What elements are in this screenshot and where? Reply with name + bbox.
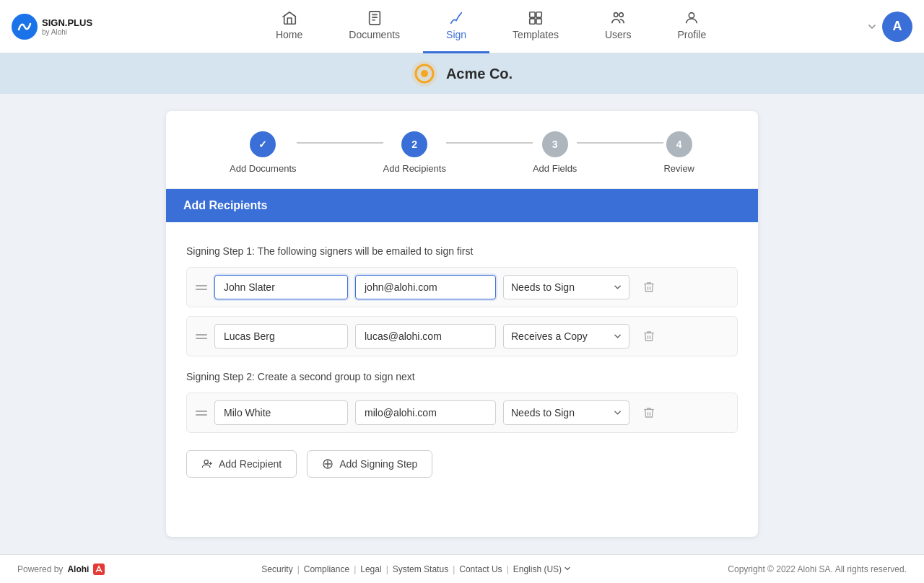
recipient-3-role-dropdown[interactable]: Needs to Sign Receives a Copy	[511, 407, 614, 418]
recipient-row: Needs to Sign Receives a Copy	[186, 316, 738, 356]
role-dropdown-arrow-icon	[614, 332, 622, 341]
recipient-2-role-dropdown[interactable]: Needs to Sign Receives a Copy	[511, 330, 614, 342]
users-icon	[610, 10, 626, 26]
avatar-dropdown-icon	[868, 22, 876, 31]
drag-handle[interactable]	[196, 285, 207, 290]
step-add-fields: 3 Add Fields	[533, 131, 577, 174]
recipient-2-delete-button[interactable]	[637, 327, 661, 346]
recipient-2-role-select[interactable]: Needs to Sign Receives a Copy	[503, 324, 629, 349]
add-signing-step-icon	[322, 458, 334, 470]
step-add-documents: ✓ Add Documents	[230, 131, 297, 174]
step-1-circle: ✓	[250, 131, 276, 157]
footer: Powered by Alohi Security | Compliance |…	[0, 554, 924, 583]
signing-step-2-label: Signing Step 2: Create a second group to…	[186, 371, 738, 382]
logo[interactable]: SIGN.PLUS by Alohi	[12, 14, 92, 40]
step-4-label: Review	[663, 163, 694, 174]
nav-item-users[interactable]: Users	[582, 0, 655, 53]
recipient-1-role-select[interactable]: Needs to Sign Receives a Copy	[503, 275, 629, 299]
nav-item-documents[interactable]: Documents	[326, 0, 423, 53]
recipient-1-name-input[interactable]	[214, 275, 348, 299]
footer-link-system-status[interactable]: System Status	[393, 564, 448, 574]
trash-icon	[642, 406, 655, 419]
recipient-3-delete-button[interactable]	[637, 403, 661, 422]
signing-step-1-label: Signing Step 1: The following signers wi…	[186, 245, 738, 257]
recipient-3-role-select[interactable]: Needs to Sign Receives a Copy	[503, 400, 629, 425]
nav-links: Home Documents Sign Templates Users Prof…	[114, 0, 868, 53]
trash-icon	[642, 330, 655, 343]
footer-center: Security | Compliance | Legal | System S…	[261, 564, 571, 574]
nav-item-profile[interactable]: Profile	[654, 0, 729, 53]
footer-powered-by-text: Powered by	[17, 564, 63, 574]
step-connector-3	[577, 142, 663, 144]
logo-icon	[12, 14, 38, 40]
footer-link-security[interactable]: Security	[261, 564, 292, 574]
add-signing-step-label: Add Signing Step	[339, 458, 417, 470]
svg-rect-1	[369, 12, 380, 25]
company-banner: Acme Co.	[0, 53, 924, 94]
add-signing-step-button[interactable]: Add Signing Step	[307, 450, 432, 478]
nav-item-home[interactable]: Home	[253, 0, 326, 53]
recipient-1-delete-button[interactable]	[637, 278, 661, 297]
svg-rect-4	[530, 19, 535, 24]
footer-copyright: Copyright © 2022 Alohi SA. All rights re…	[728, 564, 907, 574]
add-recipient-button[interactable]: Add Recipient	[186, 450, 297, 478]
svg-rect-5	[536, 19, 541, 24]
recipient-3-name-input[interactable]	[214, 400, 348, 425]
footer-right: Copyright © 2022 Alohi SA. All rights re…	[728, 564, 907, 574]
svg-point-12	[204, 460, 208, 464]
recipient-1-email-input[interactable]	[355, 275, 496, 299]
svg-point-8	[689, 13, 694, 18]
section-header-text: Add Recipients	[183, 199, 267, 211]
footer-link-compliance[interactable]: Compliance	[304, 564, 349, 574]
footer-link-language[interactable]: English (US)	[513, 564, 572, 574]
home-icon	[282, 10, 297, 26]
recipient-row: Needs to Sign Receives a Copy	[186, 393, 738, 433]
footer-link-legal[interactable]: Legal	[360, 564, 381, 574]
recipients-body: Signing Step 1: The following signers wi…	[166, 222, 758, 501]
recipient-2-email-input[interactable]	[355, 324, 496, 349]
main-card: ✓ Add Documents 2 Add Recipients 3 Add F…	[166, 111, 758, 537]
svg-point-6	[614, 13, 619, 17]
company-name: Acme Co.	[446, 66, 513, 82]
language-dropdown-icon	[564, 565, 571, 572]
step-connector-1	[297, 142, 383, 144]
svg-point-7	[619, 13, 624, 17]
step-3-label: Add Fields	[533, 163, 577, 174]
main-content: ✓ Add Documents 2 Add Recipients 3 Add F…	[0, 94, 924, 554]
trash-icon	[642, 281, 655, 294]
section-header: Add Recipients	[166, 189, 758, 222]
drag-handle[interactable]	[196, 334, 207, 339]
nav-right: A	[868, 12, 912, 42]
step-4-circle: 4	[666, 131, 692, 157]
step-1-label: Add Documents	[230, 163, 297, 174]
step-2-label: Add Recipients	[383, 163, 446, 174]
footer-left: Powered by Alohi	[17, 564, 105, 575]
role-dropdown-arrow-icon	[614, 408, 622, 417]
alohi-logo-icon	[93, 564, 105, 575]
templates-icon	[528, 10, 544, 26]
role-dropdown-arrow-icon	[614, 283, 622, 292]
svg-point-11	[421, 70, 428, 77]
step-connector-2	[446, 142, 533, 144]
svg-rect-3	[536, 12, 541, 17]
svg-rect-2	[530, 12, 535, 17]
top-navigation: SIGN.PLUS by Alohi Home Documents Sign T…	[0, 0, 924, 53]
documents-icon	[367, 10, 383, 26]
bottom-actions: Add Recipient Add Signing Step	[186, 450, 738, 483]
nav-item-sign[interactable]: Sign	[423, 0, 489, 53]
recipient-1-role-dropdown[interactable]: Needs to Sign Receives a Copy	[511, 281, 614, 293]
avatar[interactable]: A	[882, 12, 912, 42]
add-recipient-label: Add Recipient	[219, 458, 282, 470]
step-review: 4 Review	[663, 131, 694, 174]
signing-step-2-section: Signing Step 2: Create a second group to…	[186, 371, 738, 382]
footer-link-contact-us[interactable]: Contact Us	[459, 564, 502, 574]
drag-handle[interactable]	[196, 411, 207, 416]
recipient-3-email-input[interactable]	[355, 400, 496, 425]
recipient-row: Needs to Sign Receives a Copy	[186, 267, 738, 307]
stepper: ✓ Add Documents 2 Add Recipients 3 Add F…	[166, 111, 758, 189]
profile-icon	[684, 10, 699, 26]
add-recipient-icon	[201, 458, 213, 470]
recipient-2-name-input[interactable]	[214, 324, 348, 349]
step-2-circle: 2	[401, 131, 427, 157]
nav-item-templates[interactable]: Templates	[489, 0, 582, 53]
